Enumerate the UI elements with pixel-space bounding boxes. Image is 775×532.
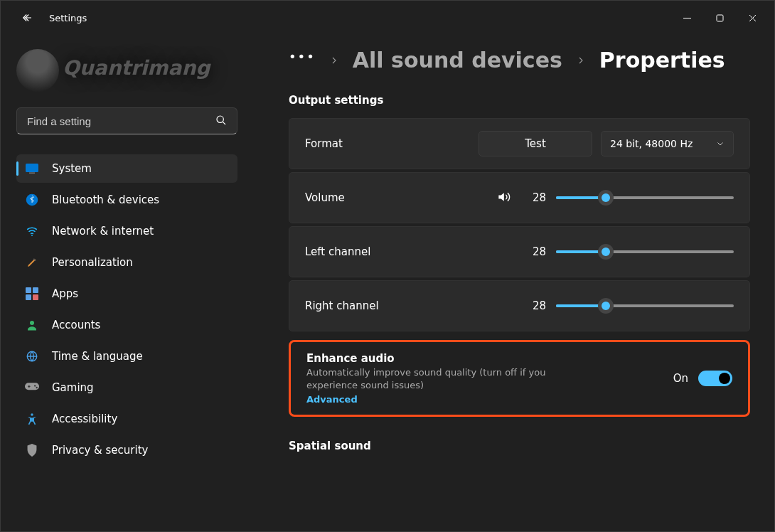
minimize-icon bbox=[683, 14, 691, 22]
sidebar-item-bluetooth[interactable]: Bluetooth & devices bbox=[16, 186, 237, 214]
chevron-down-icon bbox=[716, 139, 725, 148]
bluetooth-icon bbox=[25, 193, 39, 207]
window-controls bbox=[670, 6, 769, 29]
sidebar-item-system[interactable]: System bbox=[16, 154, 237, 183]
speaker-icon[interactable] bbox=[496, 190, 511, 206]
left-channel-label: Left channel bbox=[305, 245, 370, 258]
sidebar-item-time[interactable]: Time & language bbox=[16, 342, 237, 371]
sidebar-item-label: Gaming bbox=[52, 381, 94, 394]
left-channel-value: 28 bbox=[526, 245, 546, 258]
maximize-icon bbox=[716, 14, 724, 22]
format-select-value: 24 bit, 48000 Hz bbox=[610, 138, 693, 149]
sidebar-item-apps[interactable]: Apps bbox=[16, 280, 237, 308]
volume-row: Volume 28 bbox=[289, 172, 750, 223]
svg-rect-3 bbox=[29, 173, 35, 174]
wifi-icon bbox=[25, 224, 39, 238]
sidebar-item-network[interactable]: Network & internet bbox=[16, 217, 237, 245]
display-icon bbox=[25, 161, 39, 176]
volume-label: Volume bbox=[305, 191, 345, 204]
svg-point-10 bbox=[30, 321, 34, 325]
svg-point-1 bbox=[217, 116, 223, 122]
slider-thumb[interactable] bbox=[598, 298, 614, 314]
search-input[interactable] bbox=[27, 115, 215, 127]
close-button[interactable] bbox=[736, 6, 769, 29]
sidebar-item-label: Personalization bbox=[52, 256, 133, 269]
chevron-right-icon bbox=[330, 55, 338, 66]
sidebar-item-gaming[interactable]: Gaming bbox=[16, 373, 237, 402]
section-output-label: Output settings bbox=[289, 94, 750, 107]
sidebar-item-accessibility[interactable]: Accessibility bbox=[16, 405, 237, 433]
sidebar-item-label: Time & language bbox=[52, 350, 143, 363]
sidebar: Quantrimang System Bluetooth & devices bbox=[1, 35, 253, 531]
accessibility-icon bbox=[25, 412, 39, 426]
svg-rect-0 bbox=[717, 15, 723, 21]
right-channel-value: 28 bbox=[526, 299, 546, 312]
test-button-label: Test bbox=[525, 137, 546, 150]
breadcrumb-more[interactable]: ••• bbox=[289, 50, 316, 70]
globe-clock-icon bbox=[25, 349, 39, 363]
test-button[interactable]: Test bbox=[479, 131, 592, 156]
enhance-audio-advanced-link[interactable]: Advanced bbox=[306, 394, 591, 405]
enhance-audio-description: Automatically improve sound quality (tur… bbox=[306, 366, 591, 391]
nav: System Bluetooth & devices Network & int… bbox=[16, 154, 237, 464]
volume-value: 28 bbox=[526, 191, 546, 204]
right-channel-row: Right channel 28 bbox=[289, 280, 750, 331]
svg-rect-9 bbox=[33, 294, 38, 300]
section-spatial-label: Spatial sound bbox=[289, 440, 750, 452]
minimize-button[interactable] bbox=[670, 6, 703, 29]
window-title: Settings bbox=[49, 13, 87, 23]
svg-rect-6 bbox=[26, 287, 31, 293]
close-icon bbox=[749, 14, 757, 22]
sidebar-item-label: Privacy & security bbox=[52, 444, 148, 457]
sidebar-item-privacy[interactable]: Privacy & security bbox=[16, 436, 237, 464]
breadcrumb-current: Properties bbox=[599, 48, 725, 73]
format-select[interactable]: 24 bit, 48000 Hz bbox=[601, 131, 734, 156]
breadcrumb: ••• All sound devices Properties bbox=[289, 48, 750, 73]
svg-point-13 bbox=[36, 387, 38, 388]
sidebar-item-label: Accounts bbox=[52, 319, 100, 331]
sidebar-item-label: Accessibility bbox=[52, 413, 117, 425]
left-channel-slider[interactable] bbox=[556, 245, 734, 259]
sidebar-item-label: Network & internet bbox=[52, 225, 154, 238]
avatar bbox=[16, 49, 59, 92]
title-bar: Settings bbox=[1, 1, 774, 35]
slider-thumb[interactable] bbox=[598, 190, 614, 206]
breadcrumb-all-devices[interactable]: All sound devices bbox=[353, 48, 562, 73]
apps-icon bbox=[25, 287, 39, 301]
watermark: Quantrimang bbox=[63, 56, 210, 80]
enhance-audio-title: Enhance audio bbox=[306, 352, 591, 365]
svg-point-5 bbox=[31, 235, 33, 236]
svg-rect-7 bbox=[33, 287, 38, 293]
right-channel-slider[interactable] bbox=[556, 299, 734, 313]
chevron-right-icon bbox=[577, 55, 585, 66]
maximize-button[interactable] bbox=[703, 6, 736, 29]
sidebar-item-label: System bbox=[52, 162, 92, 175]
format-label: Format bbox=[305, 137, 343, 150]
gamepad-icon bbox=[25, 381, 39, 395]
svg-rect-8 bbox=[26, 294, 31, 300]
main-panel: ••• All sound devices Properties Output … bbox=[253, 35, 774, 531]
sidebar-item-accounts[interactable]: Accounts bbox=[16, 311, 237, 339]
slider-thumb[interactable] bbox=[598, 244, 614, 260]
format-row: Format Test 24 bit, 48000 Hz bbox=[289, 118, 750, 169]
search-field[interactable] bbox=[16, 107, 237, 134]
person-icon bbox=[25, 318, 39, 332]
left-channel-row: Left channel 28 bbox=[289, 226, 750, 277]
sidebar-item-personalization[interactable]: Personalization bbox=[16, 248, 237, 277]
paintbrush-icon bbox=[25, 255, 39, 270]
right-channel-label: Right channel bbox=[305, 299, 379, 312]
volume-slider[interactable] bbox=[556, 191, 734, 205]
enhance-audio-state: On bbox=[673, 372, 688, 385]
sidebar-item-label: Apps bbox=[52, 287, 78, 300]
profile[interactable]: Quantrimang bbox=[16, 43, 237, 97]
svg-point-12 bbox=[34, 385, 36, 386]
svg-point-14 bbox=[31, 413, 33, 415]
enhance-audio-toggle[interactable] bbox=[698, 371, 732, 386]
enhance-audio-card: Enhance audio Automatically improve soun… bbox=[289, 340, 750, 417]
back-button[interactable] bbox=[16, 7, 38, 28]
svg-rect-2 bbox=[26, 164, 38, 172]
shield-icon bbox=[25, 443, 39, 457]
search-icon bbox=[215, 115, 227, 128]
sidebar-item-label: Bluetooth & devices bbox=[52, 193, 159, 206]
